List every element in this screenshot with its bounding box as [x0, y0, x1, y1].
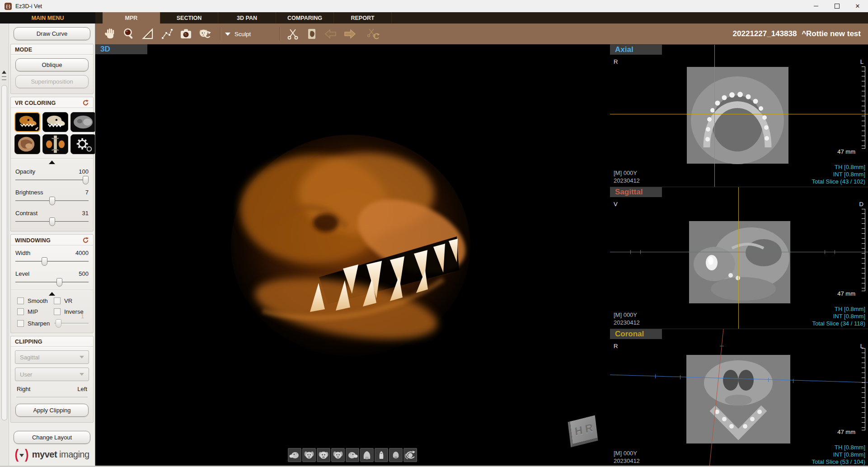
opacity-track[interactable]	[15, 175, 89, 185]
axial-crosshair-vertical[interactable]	[714, 45, 715, 187]
sculpt-cut-button[interactable]	[285, 26, 301, 42]
thickness-info: TH [0.8mm]	[812, 306, 865, 313]
scroll-grip-icon	[2, 76, 6, 80]
mip-checkbox[interactable]: MIP	[17, 308, 54, 315]
vr-preset-kidneys-spine[interactable]	[42, 134, 68, 154]
apply-clipping-button[interactable]: Apply Clipping	[15, 404, 89, 417]
axial-view[interactable]: Axial R L 47 mm [M] 000Y 20230412 TH [0.…	[610, 44, 868, 187]
scan-date: 20230412	[614, 457, 640, 465]
angle-measure-button[interactable]	[140, 26, 156, 42]
vr-preset-custom-settings[interactable]	[70, 134, 95, 154]
level-track[interactable]	[15, 278, 89, 287]
minimize-icon	[814, 6, 818, 6]
cube-letter-h: H	[574, 424, 583, 438]
scroll-track[interactable]	[1, 85, 7, 420]
brand-name-bold: myvet	[32, 449, 57, 460]
change-layout-button[interactable]: Change Layout	[14, 431, 90, 444]
dog-skull-ivory-icon	[43, 113, 68, 132]
sagittal-view[interactable]: Sagittal V D 47 mm [M] 000Y 20230412 TH …	[610, 187, 868, 329]
vr-checkbox[interactable]: VR	[54, 297, 90, 304]
sculpt-reset-button[interactable]	[365, 26, 381, 42]
view-preset-rotate[interactable]	[404, 448, 417, 462]
tab-comparing[interactable]: COMPARING	[276, 12, 334, 24]
capture-button[interactable]	[178, 26, 194, 42]
coronal-view[interactable]: Coronal R L 47 mm [M] 000Y 20230412 TH […	[610, 329, 868, 467]
brand-bracket-left: (	[14, 448, 19, 461]
viewport-3d[interactable]: 3D	[95, 44, 610, 467]
contrast-thumb[interactable]	[49, 217, 55, 226]
maximize-button[interactable]	[826, 0, 847, 12]
view-preset-front[interactable]	[317, 448, 330, 462]
width-track[interactable]	[15, 257, 89, 266]
sculpt-dropdown[interactable]: Sculpt	[225, 31, 251, 38]
sagittal-orientation-left: V	[614, 201, 618, 208]
coronal-ct-image	[686, 355, 790, 443]
view-preset-back[interactable]	[389, 448, 403, 462]
view-preset-bottom[interactable]	[375, 448, 388, 462]
brightness-thumb[interactable]	[49, 197, 55, 205]
sidebar-scrollbar[interactable]	[0, 24, 9, 467]
close-button[interactable]: ✕	[847, 0, 868, 12]
collapse-up-icon	[49, 160, 55, 164]
vr-preset-dog-skull-amber[interactable]: ✓	[14, 112, 40, 132]
clipping-range-track[interactable]	[16, 397, 88, 397]
minimize-button[interactable]	[806, 0, 826, 12]
view-preset-right-profile[interactable]	[346, 448, 359, 462]
opacity-label: Opacity	[15, 168, 35, 175]
inverse-checkbox[interactable]: Inverse	[54, 308, 90, 315]
vr-preset-torso-tissue[interactable]	[14, 134, 40, 154]
view-preset-front-left[interactable]	[302, 448, 316, 462]
level-thumb[interactable]	[56, 278, 62, 287]
axial-patient-info: [M] 000Y 20230412	[614, 169, 640, 184]
dog-skull-render[interactable]	[231, 130, 484, 374]
superimposition-button[interactable]: Superimposition	[15, 75, 89, 88]
view-preset-front-right[interactable]	[331, 448, 345, 462]
study-title: 20221227_143838 ^Rottie new test	[730, 29, 861, 38]
opacity-thumb[interactable]	[83, 176, 89, 184]
tab-3d-pan[interactable]: 3D PAN	[218, 12, 276, 24]
brightness-track[interactable]	[15, 196, 89, 206]
tab-report[interactable]: REPORT	[334, 12, 392, 24]
width-slider-row: Width 4000	[15, 250, 89, 266]
width-thumb[interactable]	[42, 257, 47, 266]
vr-coloring-header: VR COLORING	[15, 100, 56, 106]
clipping-mode-select[interactable]: User	[15, 368, 89, 381]
collapse-options-button[interactable]	[11, 290, 93, 296]
width-value: 4000	[75, 250, 89, 256]
orientation-cube[interactable]: H R	[568, 415, 598, 448]
sharpen-track[interactable]: 1	[54, 319, 89, 328]
axial-crosshair-horizontal[interactable]	[610, 114, 868, 114]
windowing-group: WINDOWING Width 4000 Level	[10, 234, 94, 333]
oblique-button[interactable]: Oblique	[15, 58, 89, 71]
zoom-tool-button[interactable]	[121, 26, 137, 42]
reset-view-button[interactable]	[197, 26, 213, 42]
window-title: Ez3D-i Vet	[15, 3, 42, 9]
undo-button[interactable]	[323, 26, 339, 42]
contrast-track[interactable]	[15, 217, 89, 226]
sagittal-crosshair-vertical[interactable]	[738, 187, 739, 329]
smooth-checkbox[interactable]: Smooth	[17, 297, 54, 304]
vr-preset-dog-skull-ivory[interactable]	[42, 112, 68, 132]
curve-measure-button[interactable]	[159, 26, 175, 42]
refresh-icon[interactable]	[82, 99, 89, 106]
sharpen-thumb[interactable]	[56, 319, 61, 328]
vr-preset-skull-gray[interactable]	[70, 112, 95, 132]
magnifier-icon	[122, 27, 136, 41]
sculpt-polygon-button[interactable]	[304, 26, 320, 42]
draw-curve-button[interactable]: Draw Curve	[14, 27, 90, 40]
sagittal-crosshair-horizontal[interactable]	[610, 252, 868, 252]
view-preset-top[interactable]	[360, 448, 374, 462]
tab-mpr[interactable]: MPR	[103, 12, 160, 24]
camera-icon	[179, 27, 192, 41]
clipping-plane-select[interactable]: Sagittal	[15, 350, 89, 364]
sharpen-checkbox[interactable]	[17, 320, 24, 327]
refresh-icon[interactable]	[82, 237, 89, 244]
axial-scale-label: 47 mm	[837, 148, 855, 155]
redo-button[interactable]	[342, 26, 358, 42]
interval-info: INT [0.8mm]	[812, 313, 865, 320]
pan-tool-button[interactable]	[102, 26, 118, 42]
tab-section[interactable]: SECTION	[160, 12, 218, 24]
collapse-adjust-button[interactable]	[11, 159, 93, 164]
view-preset-left-profile[interactable]	[288, 448, 301, 462]
study-name: ^Rottie new test	[802, 29, 861, 38]
